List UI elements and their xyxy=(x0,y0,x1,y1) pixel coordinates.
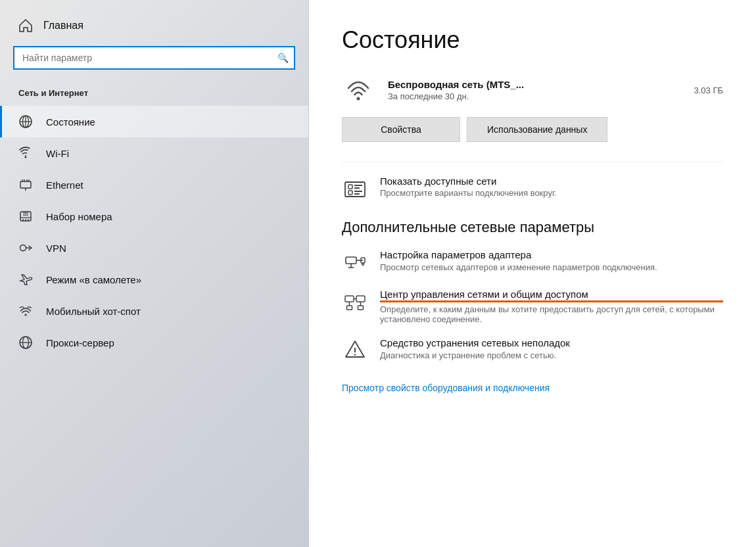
svg-point-49 xyxy=(354,354,356,355)
svg-rect-16 xyxy=(28,220,29,221)
page-title: Состояние xyxy=(342,26,723,54)
troubleshooter-title: Средство устранения сетевых неполадок xyxy=(380,337,570,348)
network-info: Беспроводная сеть (MTS_... За последние … xyxy=(388,79,681,101)
sidebar-item-label-wifi: Wi-Fi xyxy=(46,148,69,159)
wireless-network-icon xyxy=(342,74,375,107)
show-networks-title: Показать доступные сети xyxy=(380,176,557,187)
show-networks-info: Показать доступные сети Просмотрите вари… xyxy=(380,176,557,198)
sidebar-home[interactable]: Главная xyxy=(0,0,308,46)
sharing-center-item[interactable]: Центр управления сетями и общим доступом… xyxy=(342,289,723,324)
vpn-icon xyxy=(18,241,34,255)
sidebar: Главная 🔍 Сеть и Интернет Состояние xyxy=(0,0,309,547)
sidebar-item-label-vpn: VPN xyxy=(46,243,66,254)
adapter-settings-info: Настройка параметров адаптера Просмотр с… xyxy=(380,249,657,272)
svg-point-20 xyxy=(25,314,27,316)
airplane-icon xyxy=(18,272,34,287)
sidebar-item-label-proxy: Прокси-сервер xyxy=(46,337,114,348)
ethernet-icon xyxy=(18,178,34,192)
svg-rect-28 xyxy=(348,191,352,195)
settings-list: Настройка параметров адаптера Просмотр с… xyxy=(342,249,723,364)
sharing-center-title: Центр управления сетями и общим доступом xyxy=(380,289,723,302)
main-content: Состояние Беспроводная сеть (MTS_... За … xyxy=(309,0,756,547)
sidebar-item-ethernet[interactable]: Ethernet xyxy=(0,169,308,201)
troubleshooter-item[interactable]: Средство устранения сетевых неполадок Ди… xyxy=(342,337,723,364)
sidebar-section-title: Сеть и Интернет xyxy=(0,83,308,106)
sidebar-item-proxy[interactable]: Прокси-сервер xyxy=(0,327,308,358)
svg-point-25 xyxy=(357,97,360,101)
adapter-settings-subtitle: Просмотр сетевых адаптеров и изменение п… xyxy=(380,262,657,272)
sidebar-item-vpn[interactable]: VPN xyxy=(0,232,308,264)
network-name: Беспроводная сеть (MTS_... xyxy=(388,79,681,90)
sidebar-item-wifi[interactable]: Wi-Fi xyxy=(0,137,308,169)
hardware-link-row: Просмотр свойств оборудования и подключе… xyxy=(342,382,723,394)
sidebar-item-label-status: Состояние xyxy=(46,116,95,128)
home-icon xyxy=(18,18,33,33)
action-buttons: Свойства Использование данных xyxy=(342,117,723,142)
sidebar-item-label-airplane: Режим «в самолете» xyxy=(46,274,141,285)
svg-rect-32 xyxy=(354,193,360,195)
svg-rect-31 xyxy=(354,191,362,192)
dialup-icon xyxy=(18,209,34,224)
additional-settings-heading: Дополнительные сетевые параметры xyxy=(342,219,723,236)
sidebar-item-label-ethernet: Ethernet xyxy=(46,179,83,191)
data-usage-button[interactable]: Использование данных xyxy=(467,117,607,142)
wifi-icon xyxy=(18,146,34,160)
troubleshooter-icon xyxy=(342,337,368,364)
divider xyxy=(342,162,723,162)
sidebar-item-status[interactable]: Состояние xyxy=(0,106,308,137)
proxy-icon xyxy=(18,335,34,350)
svg-rect-40 xyxy=(345,296,354,302)
network-card: Беспроводная сеть (MTS_... За последние … xyxy=(342,74,723,107)
sidebar-item-dialup[interactable]: Набор номера xyxy=(0,201,308,232)
sidebar-item-label-dialup: Набор номера xyxy=(46,211,112,222)
svg-rect-15 xyxy=(25,220,26,221)
troubleshooter-subtitle: Диагностика и устранение проблем с сетью… xyxy=(380,350,570,360)
sidebar-item-label-hotspot: Мобильный хот-спот xyxy=(46,306,141,317)
network-size: 3.03 ГБ xyxy=(694,85,723,95)
svg-rect-27 xyxy=(348,185,352,189)
hardware-link[interactable]: Просмотр свойств оборудования и подключе… xyxy=(342,383,550,393)
sharing-center-icon xyxy=(342,289,368,315)
troubleshooter-info: Средство устранения сетевых неполадок Ди… xyxy=(380,337,570,360)
properties-button[interactable]: Свойства xyxy=(342,117,460,142)
sharing-center-subtitle: Определите, к каким данным вы хотите пре… xyxy=(380,304,723,324)
svg-point-19 xyxy=(20,245,26,251)
search-icon: 🔍 xyxy=(277,53,289,63)
search-box: 🔍 xyxy=(13,46,295,70)
sidebar-item-airplane[interactable]: Режим «в самолете» xyxy=(0,264,308,295)
svg-rect-30 xyxy=(354,187,360,189)
adapter-settings-title: Настройка параметров адаптера xyxy=(380,249,657,260)
svg-rect-29 xyxy=(354,185,362,186)
svg-rect-46 xyxy=(358,306,364,310)
hotspot-icon xyxy=(18,304,34,318)
svg-rect-45 xyxy=(347,306,352,310)
network-subtitle: За последние 30 дн. xyxy=(388,91,681,101)
show-networks-icon xyxy=(342,177,368,203)
svg-rect-33 xyxy=(346,257,356,264)
adapter-icon xyxy=(342,249,368,275)
adapter-settings-item[interactable]: Настройка параметров адаптера Просмотр с… xyxy=(342,249,723,275)
sidebar-item-hotspot[interactable]: Мобильный хот-спот xyxy=(0,295,308,327)
sharing-center-info: Центр управления сетями и общим доступом… xyxy=(380,289,723,324)
svg-rect-14 xyxy=(22,220,24,221)
show-networks-row[interactable]: Показать доступные сети Просмотрите вари… xyxy=(342,176,723,203)
globe-icon xyxy=(18,114,34,129)
svg-point-4 xyxy=(25,156,27,158)
show-networks-subtitle: Просмотрите варианты подключения вокруг. xyxy=(380,188,557,198)
home-label: Главная xyxy=(43,20,83,32)
svg-rect-41 xyxy=(356,296,365,302)
search-input[interactable] xyxy=(13,46,295,70)
svg-rect-6 xyxy=(20,181,31,188)
